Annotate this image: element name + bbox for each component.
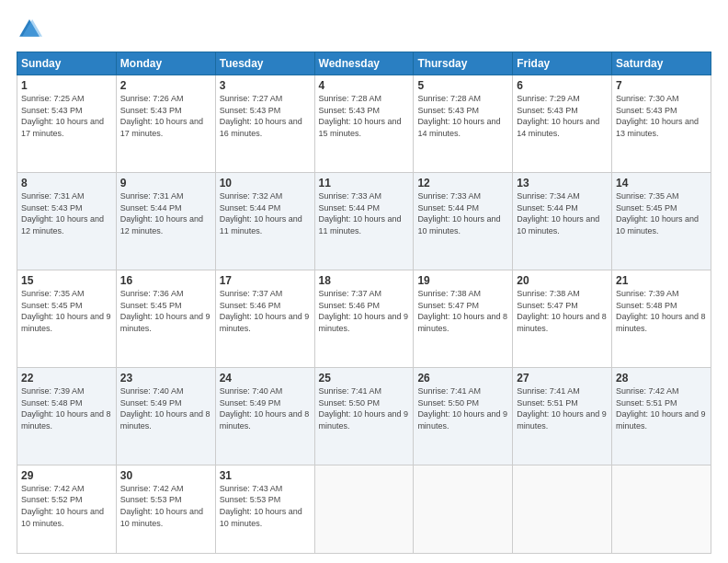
col-sunday: Sunday xyxy=(17,52,117,75)
day-info: Sunrise: 7:36 AMSunset: 5:45 PMDaylight:… xyxy=(120,289,210,333)
day-info: Sunrise: 7:33 AMSunset: 5:44 PMDaylight:… xyxy=(319,191,402,236)
day-number: 5 xyxy=(417,79,508,92)
day-info: Sunrise: 7:40 AMSunset: 5:49 PMDaylight:… xyxy=(120,386,210,431)
table-row: 7 Sunrise: 7:30 AMSunset: 5:43 PMDayligh… xyxy=(612,75,711,173)
day-number: 1 xyxy=(21,79,112,92)
day-info: Sunrise: 7:39 AMSunset: 5:48 PMDaylight:… xyxy=(616,289,706,333)
table-row: 16 Sunrise: 7:36 AMSunset: 5:45 PMDaylig… xyxy=(116,270,215,367)
day-number: 6 xyxy=(517,79,608,92)
day-info: Sunrise: 7:40 AMSunset: 5:49 PMDaylight:… xyxy=(220,386,310,431)
day-number: 30 xyxy=(120,469,211,482)
table-row: 9 Sunrise: 7:31 AMSunset: 5:44 PMDayligh… xyxy=(116,172,215,270)
day-info: Sunrise: 7:33 AMSunset: 5:44 PMDaylight:… xyxy=(417,191,500,236)
table-row: 25 Sunrise: 7:41 AMSunset: 5:50 PMDaylig… xyxy=(314,367,414,465)
day-number: 7 xyxy=(616,79,707,92)
logo-icon xyxy=(17,17,42,42)
table-row: 15 Sunrise: 7:35 AMSunset: 5:45 PMDaylig… xyxy=(17,270,117,367)
day-number: 24 xyxy=(220,372,311,385)
day-info: Sunrise: 7:25 AMSunset: 5:43 PMDaylight:… xyxy=(21,94,104,138)
table-row: 24 Sunrise: 7:40 AMSunset: 5:49 PMDaylig… xyxy=(215,367,314,465)
table-row: 14 Sunrise: 7:35 AMSunset: 5:45 PMDaylig… xyxy=(612,172,711,270)
day-info: Sunrise: 7:42 AMSunset: 5:53 PMDaylight:… xyxy=(120,484,203,528)
table-row: 28 Sunrise: 7:42 AMSunset: 5:51 PMDaylig… xyxy=(612,367,711,465)
table-row xyxy=(314,465,414,553)
day-number: 28 xyxy=(616,372,707,385)
day-number: 4 xyxy=(319,79,410,92)
day-info: Sunrise: 7:37 AMSunset: 5:46 PMDaylight:… xyxy=(319,289,409,333)
day-info: Sunrise: 7:41 AMSunset: 5:51 PMDaylight:… xyxy=(517,386,607,431)
day-info: Sunrise: 7:42 AMSunset: 5:52 PMDaylight:… xyxy=(21,484,104,528)
table-row: 22 Sunrise: 7:39 AMSunset: 5:48 PMDaylig… xyxy=(17,367,117,465)
calendar-table: Sunday Monday Tuesday Wednesday Thursday… xyxy=(17,52,711,554)
day-info: Sunrise: 7:35 AMSunset: 5:45 PMDaylight:… xyxy=(616,191,699,236)
day-number: 13 xyxy=(517,177,608,190)
day-info: Sunrise: 7:32 AMSunset: 5:44 PMDaylight:… xyxy=(220,191,302,236)
day-info: Sunrise: 7:28 AMSunset: 5:43 PMDaylight:… xyxy=(319,94,402,138)
day-number: 14 xyxy=(616,177,707,190)
col-saturday: Saturday xyxy=(612,52,711,75)
calendar-header-row: Sunday Monday Tuesday Wednesday Thursday… xyxy=(17,52,711,75)
day-number: 23 xyxy=(120,372,211,385)
page: Sunday Monday Tuesday Wednesday Thursday… xyxy=(0,0,728,563)
day-number: 25 xyxy=(319,372,410,385)
table-row: 8 Sunrise: 7:31 AMSunset: 5:43 PMDayligh… xyxy=(17,172,117,270)
table-row: 2 Sunrise: 7:26 AMSunset: 5:43 PMDayligh… xyxy=(116,75,215,173)
table-row: 12 Sunrise: 7:33 AMSunset: 5:44 PMDaylig… xyxy=(414,172,513,270)
day-info: Sunrise: 7:39 AMSunset: 5:48 PMDaylight:… xyxy=(21,386,111,431)
col-wednesday: Wednesday xyxy=(314,52,414,75)
day-number: 15 xyxy=(21,274,112,287)
table-row: 19 Sunrise: 7:38 AMSunset: 5:47 PMDaylig… xyxy=(414,270,513,367)
day-info: Sunrise: 7:37 AMSunset: 5:46 PMDaylight:… xyxy=(220,289,310,333)
day-info: Sunrise: 7:31 AMSunset: 5:44 PMDaylight:… xyxy=(120,191,203,236)
col-monday: Monday xyxy=(116,52,215,75)
day-info: Sunrise: 7:26 AMSunset: 5:43 PMDaylight:… xyxy=(120,94,203,138)
table-row: 27 Sunrise: 7:41 AMSunset: 5:51 PMDaylig… xyxy=(513,367,612,465)
day-info: Sunrise: 7:42 AMSunset: 5:51 PMDaylight:… xyxy=(616,386,706,431)
table-row: 6 Sunrise: 7:29 AMSunset: 5:43 PMDayligh… xyxy=(513,75,612,173)
day-number: 8 xyxy=(21,177,112,190)
table-row: 26 Sunrise: 7:41 AMSunset: 5:50 PMDaylig… xyxy=(414,367,513,465)
day-number: 17 xyxy=(220,274,311,287)
day-number: 22 xyxy=(21,372,112,385)
day-info: Sunrise: 7:28 AMSunset: 5:43 PMDaylight:… xyxy=(417,94,500,138)
day-number: 26 xyxy=(417,372,508,385)
logo xyxy=(17,17,46,42)
table-row: 21 Sunrise: 7:39 AMSunset: 5:48 PMDaylig… xyxy=(612,270,711,367)
day-number: 20 xyxy=(517,274,608,287)
table-row: 3 Sunrise: 7:27 AMSunset: 5:43 PMDayligh… xyxy=(215,75,314,173)
table-row: 23 Sunrise: 7:40 AMSunset: 5:49 PMDaylig… xyxy=(116,367,215,465)
table-row xyxy=(513,465,612,553)
day-number: 21 xyxy=(616,274,707,287)
table-row: 29 Sunrise: 7:42 AMSunset: 5:52 PMDaylig… xyxy=(17,465,117,553)
day-info: Sunrise: 7:38 AMSunset: 5:47 PMDaylight:… xyxy=(417,289,507,333)
day-number: 27 xyxy=(517,372,608,385)
table-row: 10 Sunrise: 7:32 AMSunset: 5:44 PMDaylig… xyxy=(215,172,314,270)
day-number: 11 xyxy=(319,177,410,190)
table-row xyxy=(612,465,711,553)
day-info: Sunrise: 7:41 AMSunset: 5:50 PMDaylight:… xyxy=(417,386,507,431)
day-info: Sunrise: 7:35 AMSunset: 5:45 PMDaylight:… xyxy=(21,289,111,333)
table-row: 1 Sunrise: 7:25 AMSunset: 5:43 PMDayligh… xyxy=(17,75,117,173)
table-row: 13 Sunrise: 7:34 AMSunset: 5:44 PMDaylig… xyxy=(513,172,612,270)
table-row: 5 Sunrise: 7:28 AMSunset: 5:43 PMDayligh… xyxy=(414,75,513,173)
day-info: Sunrise: 7:34 AMSunset: 5:44 PMDaylight:… xyxy=(517,191,599,236)
col-thursday: Thursday xyxy=(414,52,513,75)
col-friday: Friday xyxy=(513,52,612,75)
day-info: Sunrise: 7:38 AMSunset: 5:47 PMDaylight:… xyxy=(517,289,607,333)
day-info: Sunrise: 7:43 AMSunset: 5:53 PMDaylight:… xyxy=(220,484,302,528)
day-number: 31 xyxy=(220,469,311,482)
day-number: 19 xyxy=(417,274,508,287)
day-info: Sunrise: 7:29 AMSunset: 5:43 PMDaylight:… xyxy=(517,94,599,138)
day-number: 10 xyxy=(220,177,311,190)
day-info: Sunrise: 7:27 AMSunset: 5:43 PMDaylight:… xyxy=(220,94,302,138)
table-row: 17 Sunrise: 7:37 AMSunset: 5:46 PMDaylig… xyxy=(215,270,314,367)
day-number: 2 xyxy=(120,79,211,92)
day-number: 18 xyxy=(319,274,410,287)
day-number: 9 xyxy=(120,177,211,190)
col-tuesday: Tuesday xyxy=(215,52,314,75)
table-row: 20 Sunrise: 7:38 AMSunset: 5:47 PMDaylig… xyxy=(513,270,612,367)
day-info: Sunrise: 7:41 AMSunset: 5:50 PMDaylight:… xyxy=(319,386,409,431)
table-row: 31 Sunrise: 7:43 AMSunset: 5:53 PMDaylig… xyxy=(215,465,314,553)
day-number: 3 xyxy=(220,79,311,92)
header xyxy=(17,17,711,42)
